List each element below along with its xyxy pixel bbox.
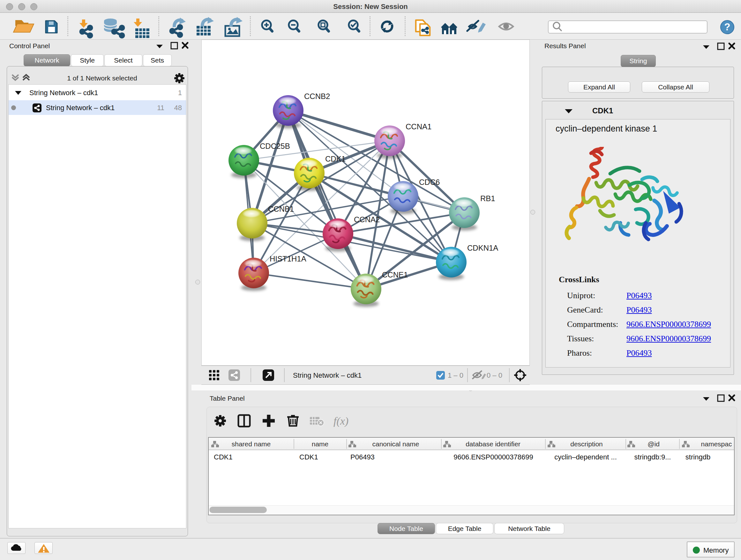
svg-text:CDC25B: CDC25B [260, 142, 290, 150]
svg-text:CCNE1: CCNE1 [382, 270, 408, 279]
svg-text:HIST1H1A: HIST1H1A [270, 254, 307, 263]
svg-text:RB1: RB1 [480, 194, 495, 203]
svg-text:0 – 0: 0 – 0 [487, 371, 502, 379]
svg-text:CCNA1: CCNA1 [406, 122, 431, 131]
svg-text:f(x): f(x) [333, 415, 348, 427]
svg-text:?: ? [724, 21, 731, 33]
svg-text:description: description [570, 440, 603, 448]
svg-text:CDKN1A: CDKN1A [467, 244, 498, 252]
svg-text:CCNA2: CCNA2 [354, 215, 380, 224]
svg-text:CDC6: CDC6 [419, 178, 440, 186]
svg-text:CDK1: CDK1 [325, 154, 346, 163]
svg-text:shared name: shared name [232, 440, 271, 448]
svg-text:1 – 0: 1 – 0 [448, 371, 463, 379]
svg-text:canonical name: canonical name [372, 440, 419, 448]
svg-text:namespac: namespac [701, 440, 732, 448]
svg-text:CCNB1: CCNB1 [268, 205, 294, 213]
svg-text:name: name [312, 440, 329, 448]
svg-text:CCNB2: CCNB2 [304, 92, 330, 101]
svg-text:database identifier: database identifier [466, 440, 521, 448]
svg-text:String Network – cdk1: String Network – cdk1 [293, 371, 361, 379]
svg-text:@id: @id [648, 440, 660, 448]
